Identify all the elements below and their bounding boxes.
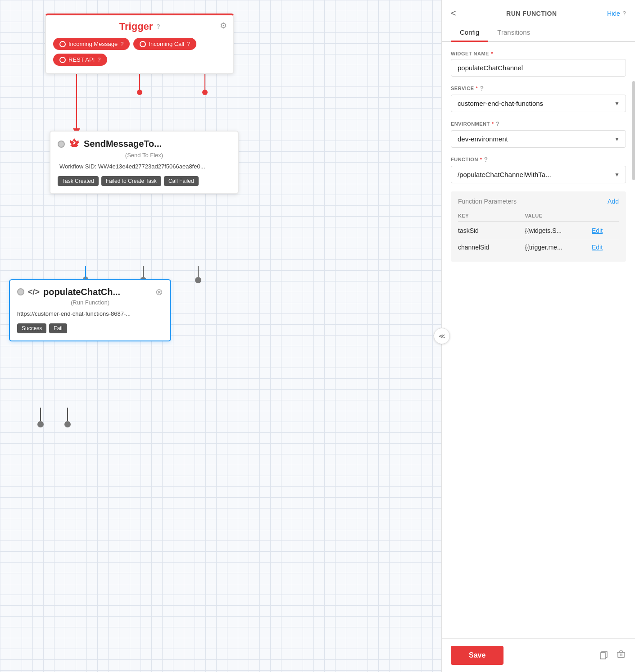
svg-point-12 [195, 277, 201, 283]
chevron-left-icon: ≪ [439, 332, 445, 340]
key-column-header: KEY [458, 213, 525, 218]
send-message-subtitle: (Send To Flex) [58, 152, 231, 159]
incoming-message-button[interactable]: Incoming Message ? [53, 38, 130, 50]
call-failed-label: Call Failed [164, 176, 199, 186]
panel-content: WIDGET NAME * SERVICE * ? customer-end-c… [442, 42, 635, 638]
scrollbar-thumb[interactable] [632, 81, 635, 180]
hide-button[interactable]: Hide [607, 10, 620, 17]
failed-create-task-label: Failed to Create Task [101, 176, 161, 186]
environment-required: * [492, 121, 494, 127]
param-edit-taskSid[interactable]: Edit [592, 227, 619, 234]
success-label: Success [17, 323, 46, 333]
param-row-channelSid: channelSid {{trigger.me... Edit [458, 239, 619, 255]
incoming-message-icon [59, 41, 66, 47]
incoming-call-help[interactable]: ? [187, 41, 190, 47]
populate-chat-widget[interactable]: </> populateChatCh... ⊗ (Run Function) h… [9, 279, 171, 341]
svg-point-5 [202, 90, 208, 95]
function-label: FUNCTION * ? [451, 156, 626, 163]
populate-radio [17, 288, 24, 295]
send-message-widget[interactable]: SendMessageTo... (Send To Flex) Workflow… [50, 131, 239, 194]
environment-select[interactable]: dev-environment [451, 130, 626, 148]
svg-point-16 [64, 421, 71, 427]
incoming-call-icon [140, 41, 146, 47]
svg-point-3 [137, 90, 142, 95]
trigger-help-icon[interactable]: ? [156, 23, 160, 30]
panel-tabs: Config Transitions [442, 25, 635, 42]
fail-label: Fail [49, 323, 67, 333]
populate-subtitle: (Run Function) [17, 299, 163, 306]
environment-label: ENVIRONMENT * ? [451, 120, 626, 127]
delete-icon[interactable] [616, 649, 626, 662]
param-key-taskSid: taskSid [458, 227, 525, 234]
param-row-taskSid: taskSid {{widgets.S... Edit [458, 222, 619, 239]
params-table-header: KEY VALUE [458, 210, 619, 222]
copy-icon[interactable] [599, 649, 609, 662]
incoming-call-button[interactable]: Incoming Call ? [133, 38, 196, 50]
svg-rect-18 [600, 653, 606, 659]
trigger-title: Trigger [119, 21, 153, 32]
widget-name-label: WIDGET NAME * [451, 51, 626, 56]
trigger-widget: Trigger ? ⚙ Incoming Message ? Incoming … [45, 14, 234, 74]
collapse-panel-button[interactable]: ≪ [434, 328, 450, 344]
service-required: * [476, 86, 478, 91]
panel-header: < RUN FUNCTION Hide ? [442, 0, 635, 18]
send-message-icon [69, 138, 79, 150]
service-select-wrapper: customer-end-chat-functions ▼ [451, 95, 626, 112]
func-params-add-button[interactable]: Add [608, 198, 619, 205]
incoming-message-help[interactable]: ? [120, 41, 123, 47]
environment-select-wrapper: dev-environment ▼ [451, 130, 626, 148]
param-value-taskSid: {{widgets.S... [525, 227, 592, 234]
send-message-title: SendMessageTo... [84, 139, 162, 149]
func-params-title: Function Parameters [458, 198, 517, 205]
tab-transitions[interactable]: Transitions [488, 25, 539, 42]
svg-rect-19 [618, 652, 624, 658]
trigger-buttons: Incoming Message ? Incoming Call ? REST … [53, 38, 226, 66]
param-value-channelSid: {{trigger.me... [525, 244, 592, 251]
function-select[interactable]: /populateChatChannelWithTa... [451, 166, 626, 183]
service-label: SERVICE * ? [451, 85, 626, 92]
tab-config[interactable]: Config [451, 25, 488, 42]
right-panel: ≪ < RUN FUNCTION Hide ? Config Transitio… [441, 0, 635, 672]
func-params-header: Function Parameters Add [458, 198, 619, 205]
svg-rect-23 [620, 651, 622, 652]
panel-footer: Save [442, 638, 635, 672]
panel-help-icon[interactable]: ? [623, 10, 626, 17]
widget-name-input[interactable] [451, 59, 626, 77]
rest-api-button[interactable]: REST API ? [53, 54, 107, 66]
function-parameters-section: Function Parameters Add KEY VALUE taskSi… [451, 191, 626, 262]
rest-api-help[interactable]: ? [97, 56, 100, 63]
widget-name-required: * [491, 51, 493, 56]
send-message-radio [58, 141, 65, 148]
save-button[interactable]: Save [451, 646, 503, 665]
populate-close-icon[interactable]: ⊗ [155, 286, 163, 297]
task-created-label: Task Created [58, 176, 99, 186]
rest-api-icon [59, 57, 66, 63]
trigger-gear-icon[interactable]: ⚙ [220, 21, 227, 31]
canvas: Trigger ? ⚙ Incoming Message ? Incoming … [0, 0, 441, 672]
param-key-channelSid: channelSid [458, 244, 525, 251]
environment-help-icon[interactable]: ? [496, 120, 500, 127]
value-column-header: VALUE [525, 213, 592, 218]
send-message-content: Workflow SID: WW4e13e4ed27723ad27f5066ae… [58, 163, 231, 170]
send-message-transitions: Task Created Failed to Create Task Call … [58, 176, 231, 186]
function-help-icon[interactable]: ? [484, 156, 488, 163]
panel-title: RUN FUNCTION [506, 10, 557, 17]
populate-icon: </> [28, 287, 40, 297]
populate-transitions: Success Fail [17, 323, 163, 333]
service-help-icon[interactable]: ? [480, 85, 484, 92]
footer-icons [599, 649, 626, 662]
populate-title: populateChatCh... [43, 287, 120, 297]
param-edit-channelSid[interactable]: Edit [592, 244, 619, 251]
svg-point-14 [37, 421, 44, 427]
function-select-wrapper: /populateChatChannelWithTa... ▼ [451, 166, 626, 183]
function-required: * [480, 157, 482, 162]
back-button[interactable]: < [451, 8, 456, 18]
populate-content: https://customer-end-chat-functions-8687… [17, 310, 163, 317]
service-select[interactable]: customer-end-chat-functions [451, 95, 626, 112]
